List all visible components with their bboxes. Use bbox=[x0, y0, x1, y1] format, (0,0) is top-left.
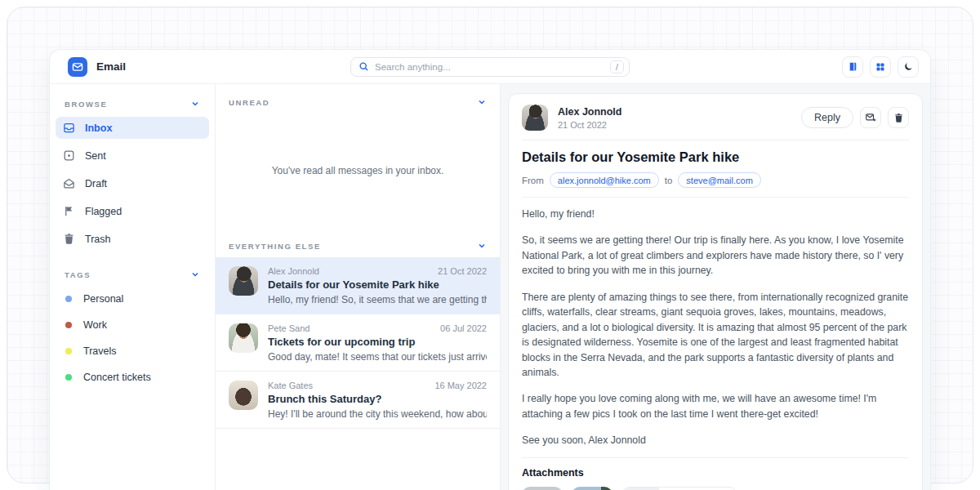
tag-color-dot bbox=[65, 374, 72, 381]
attachment-photo-halfdome[interactable] bbox=[572, 487, 612, 490]
search-shortcut-key: / bbox=[610, 60, 624, 74]
moon-icon bbox=[903, 61, 914, 72]
search-icon bbox=[359, 61, 369, 72]
email-list-item-selected[interactable]: Alex Jonnold 21 Oct 2022 Details for our… bbox=[216, 257, 500, 314]
notebook-icon bbox=[848, 61, 858, 72]
chevron-down-icon[interactable] bbox=[477, 241, 487, 251]
tag-item-concert-tickets[interactable]: Concert tickets bbox=[63, 366, 202, 388]
sidebar-item-draft[interactable]: Draft bbox=[56, 172, 209, 194]
notebook-button[interactable] bbox=[842, 56, 863, 78]
avatar bbox=[522, 105, 548, 131]
chevron-down-icon[interactable] bbox=[477, 97, 487, 107]
avatar bbox=[229, 381, 258, 410]
email-preview: Good day, mate! It seems that our ticket… bbox=[268, 351, 487, 363]
sidebar-item-label: Flagged bbox=[85, 206, 122, 217]
trash-icon bbox=[63, 233, 75, 245]
email-sender: Alex Jonnold bbox=[268, 266, 319, 276]
body-paragraph: There are plenty of amazing things to se… bbox=[522, 290, 909, 381]
tags-section: TAGS Personal Work Travels bbox=[63, 270, 202, 388]
body-paragraph: See you soon, Alex Jonnold bbox=[522, 433, 909, 448]
everything-else-section-header: EVERYTHING ELSE bbox=[216, 228, 500, 257]
detail-sender-name: Alex Jonnold bbox=[558, 106, 621, 118]
email-item-body: Kate Gates 16 May 2022 Brunch this Satur… bbox=[268, 381, 487, 420]
email-date: 06 Jul 2022 bbox=[440, 323, 487, 333]
email-sender: Kate Gates bbox=[268, 381, 313, 390]
apps-grid-icon bbox=[875, 62, 885, 72]
unread-empty-text: You've read all messages in your inbox. bbox=[272, 165, 444, 176]
sidebar-item-label: Inbox bbox=[85, 122, 112, 134]
unread-section-header: UNREAD bbox=[216, 84, 500, 114]
email-subject: Tickets for our upcoming trip bbox=[268, 336, 487, 348]
tag-color-dot bbox=[65, 296, 72, 302]
envelope-forward-icon bbox=[865, 112, 876, 123]
tag-color-dot bbox=[65, 322, 72, 328]
chevron-down-icon[interactable] bbox=[190, 99, 200, 109]
forward-button[interactable] bbox=[860, 107, 881, 128]
body-paragraph: I really hope you love coming along with… bbox=[522, 391, 909, 421]
sidebar-item-sent[interactable]: Sent bbox=[56, 145, 209, 167]
open-envelope-icon bbox=[63, 177, 75, 189]
tag-item-personal[interactable]: Personal bbox=[63, 287, 202, 310]
avatar bbox=[229, 266, 258, 296]
attachments-row: videos-hike.zip 100 MB bbox=[522, 487, 909, 490]
trash-icon bbox=[893, 113, 904, 123]
body-paragraph: Hello, my friend! bbox=[522, 207, 909, 221]
message-list-column: UNREAD You've read all messages in your … bbox=[215, 84, 501, 490]
email-list-item[interactable]: Pete Sand 06 Jul 2022 Tickets for our up… bbox=[216, 314, 500, 372]
app-main: BROWSE Inbox Sent bbox=[50, 84, 930, 490]
email-app-window: Email Search anything... / bbox=[49, 49, 931, 490]
attachment-photo-valley[interactable] bbox=[522, 487, 563, 490]
detail-sender-block: Alex Jonnold 21 Oct 2022 bbox=[558, 106, 621, 130]
header-actions bbox=[842, 56, 919, 78]
email-list-item[interactable]: Kate Gates 16 May 2022 Brunch this Satur… bbox=[216, 372, 500, 429]
tag-item-travels[interactable]: Travels bbox=[63, 340, 202, 362]
sent-icon bbox=[63, 149, 75, 162]
attachment-file-card[interactable]: videos-hike.zip 100 MB bbox=[621, 487, 737, 490]
attachments-label: Attachments bbox=[522, 467, 909, 479]
email-date: 21 Oct 2022 bbox=[438, 266, 487, 276]
tag-label: Personal bbox=[83, 293, 123, 305]
detail-header: Alex Jonnold 21 Oct 2022 Reply bbox=[522, 105, 909, 131]
email-preview: Hey! I'll be around the city this weeken… bbox=[268, 408, 487, 420]
from-to-row: From alex.jonnold@hike.com to steve@mail… bbox=[522, 172, 909, 188]
sidebar-item-label: Trash bbox=[85, 234, 111, 245]
detail-subject: Details for our Yosemite Park hike bbox=[522, 149, 909, 165]
avatar bbox=[229, 323, 258, 353]
tags-label: TAGS bbox=[65, 270, 91, 279]
apps-grid-button[interactable] bbox=[870, 56, 891, 78]
email-item-body: Pete Sand 06 Jul 2022 Tickets for our up… bbox=[268, 323, 487, 363]
everything-else-label: EVERYTHING ELSE bbox=[229, 242, 321, 251]
browse-label: BROWSE bbox=[65, 100, 107, 109]
sidebar-item-inbox[interactable]: Inbox bbox=[56, 117, 209, 139]
divider bbox=[522, 140, 909, 140]
tag-label: Concert tickets bbox=[83, 372, 151, 383]
sidebar-item-trash[interactable]: Trash bbox=[56, 228, 209, 250]
tags-section-header: TAGS bbox=[65, 270, 200, 279]
envelope-icon bbox=[72, 61, 83, 73]
email-subject: Brunch this Saturday? bbox=[268, 393, 487, 405]
dark-mode-button[interactable] bbox=[898, 56, 919, 78]
search-input[interactable]: Search anything... / bbox=[350, 57, 630, 77]
email-detail-card: Alex Jonnold 21 Oct 2022 Reply bbox=[508, 93, 923, 490]
search-placeholder: Search anything... bbox=[375, 62, 610, 72]
tag-item-work[interactable]: Work bbox=[63, 314, 202, 336]
email-preview: Hello, my friend! So, it seems that we a… bbox=[268, 294, 487, 305]
tag-label: Travels bbox=[83, 345, 117, 357]
divider bbox=[522, 457, 909, 458]
from-email-chip[interactable]: alex.jonnold@hike.com bbox=[550, 172, 659, 188]
sidebar-item-flagged[interactable]: Flagged bbox=[56, 200, 209, 222]
browse-section-header: BROWSE bbox=[65, 99, 200, 109]
tag-label: Work bbox=[83, 319, 107, 331]
reply-button[interactable]: Reply bbox=[801, 107, 853, 128]
reading-pane: Alex Jonnold 21 Oct 2022 Reply bbox=[501, 84, 930, 490]
body-paragraph: So, it seems we are getting there! Our t… bbox=[522, 233, 909, 278]
to-email-chip[interactable]: steve@mail.com bbox=[678, 172, 760, 188]
inbox-icon bbox=[63, 122, 75, 134]
email-sender: Pete Sand bbox=[268, 323, 310, 333]
sidebar-item-label: Sent bbox=[85, 150, 106, 162]
delete-button[interactable] bbox=[888, 107, 909, 128]
chevron-down-icon[interactable] bbox=[190, 270, 200, 279]
app-title: Email bbox=[96, 60, 126, 73]
unread-empty-state: You've read all messages in your inbox. bbox=[216, 114, 500, 228]
sidebar-item-label: Draft bbox=[85, 178, 107, 189]
